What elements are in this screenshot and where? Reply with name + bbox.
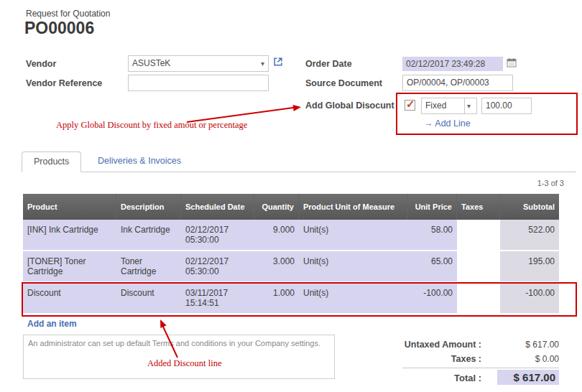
taxes-label: Taxes : — [374, 354, 481, 364]
cell-product[interactable]: [INK] Ink Cartridge — [23, 220, 116, 251]
add-an-item-link[interactable]: Add an item — [27, 319, 77, 329]
discount-type-select[interactable]: Fixed ▾ — [421, 98, 477, 114]
chevron-down-icon[interactable]: ▾ — [464, 98, 473, 113]
cell-unit-price[interactable]: -100.00 — [408, 283, 457, 314]
order-date-input[interactable]: 02/12/2017 23:49:28 — [402, 57, 503, 71]
cell-description[interactable]: Ink Cartridge — [116, 220, 181, 251]
source-document-label: Source Document — [305, 78, 382, 88]
col-unit-price[interactable]: Unit Price — [408, 194, 457, 220]
vendor-value: ASUSTeK — [132, 56, 170, 71]
vendor-reference-input[interactable] — [128, 75, 269, 91]
col-product[interactable]: Product — [23, 194, 116, 220]
cell-product[interactable]: [TONER] Toner Cartridge — [23, 251, 116, 283]
cell-taxes[interactable] — [457, 220, 500, 251]
cell-uom[interactable]: Unit(s) — [299, 251, 408, 283]
order-lines-table: Product Description Scheduled Date Quant… — [23, 194, 559, 314]
taxes-value: $ 0.00 — [496, 354, 559, 364]
pager[interactable]: 1-3 of 3 — [492, 179, 564, 187]
table-row[interactable]: [TONER] Toner Cartridge Toner Cartridge … — [23, 251, 559, 283]
order-date-label: Order Date — [305, 59, 352, 69]
calendar-icon[interactable] — [507, 57, 517, 70]
global-discount-label: Add Global Disocunt — [305, 101, 394, 111]
annotation-discount-line-note: Added Discount line — [147, 358, 221, 369]
col-taxes[interactable]: Taxes — [457, 194, 500, 220]
cell-description[interactable]: Toner Cartridge — [116, 251, 181, 283]
table-row-discount[interactable]: Discount Discount 03/11/2017 15:14:51 1.… — [23, 283, 559, 314]
cell-taxes[interactable] — [457, 251, 500, 283]
tab-deliveries-invoices[interactable]: Deliveries & Invoices — [88, 151, 191, 172]
terms-and-conditions-field[interactable]: An administrator can set up default Term… — [23, 335, 335, 379]
total-value: $ 617.00 — [497, 370, 559, 385]
external-link-icon[interactable] — [273, 57, 283, 69]
cell-unit-price[interactable]: 58.00 — [408, 220, 457, 251]
col-subtotal[interactable]: Subtotal — [500, 194, 559, 220]
source-document-input[interactable]: OP/00004, OP/00003 — [402, 75, 513, 91]
cell-quantity[interactable]: 3.000 — [254, 251, 299, 283]
discount-amount-input[interactable]: 100.00 — [481, 98, 532, 114]
tab-products[interactable]: Products — [22, 151, 81, 172]
cell-scheduled-date[interactable]: 02/12/2017 05:30:00 — [181, 251, 254, 283]
cell-subtotal: -100.00 — [500, 283, 559, 314]
col-quantity[interactable]: Quantity — [254, 194, 299, 220]
col-description[interactable]: Description — [116, 194, 181, 220]
cell-uom[interactable]: Unit(s) — [299, 283, 408, 314]
vendor-label: Vendor — [26, 59, 56, 69]
global-discount-checkbox[interactable]: ✓ — [405, 100, 415, 111]
untaxed-amount-label: Untaxed Amount : — [374, 340, 481, 350]
cell-product[interactable]: Discount — [23, 283, 116, 314]
table-header-row: Product Description Scheduled Date Quant… — [23, 194, 559, 220]
totals-divider — [402, 368, 559, 368]
cell-scheduled-date[interactable]: 03/11/2017 15:14:51 — [181, 283, 254, 314]
annotation-global-discount-note: Apply Global Discount by fixed amout or … — [56, 120, 247, 131]
cell-uom[interactable]: Unit(s) — [299, 220, 408, 251]
table-row[interactable]: [INK] Ink Cartridge Ink Cartridge 02/12/… — [23, 220, 559, 251]
cell-quantity[interactable]: 9.000 — [254, 220, 299, 251]
total-label: Total : — [374, 373, 481, 383]
cell-description[interactable]: Discount — [116, 283, 181, 314]
discount-type-value: Fixed — [425, 98, 446, 113]
untaxed-amount-value: $ 617.00 — [496, 340, 559, 350]
add-line-label: Add Line — [435, 118, 470, 129]
col-scheduled-date[interactable]: Scheduled Date — [181, 194, 254, 220]
arrow-right-icon: → — [424, 118, 433, 129]
vendor-select[interactable]: ASUSTeK ▾ — [128, 55, 269, 72]
check-icon: ✓ — [406, 98, 415, 111]
rfq-page: Request for Quotation PO00006 Vendor ASU… — [0, 0, 582, 392]
vendor-reference-label: Vendor Reference — [26, 78, 102, 88]
page-title: PO00006 — [24, 19, 94, 38]
cell-subtotal: 195.00 — [500, 251, 559, 283]
cell-taxes[interactable] — [457, 283, 500, 314]
doc-type-label: Request for Quotation — [26, 9, 110, 19]
cell-quantity[interactable]: 1.000 — [254, 283, 299, 314]
cell-subtotal: 522.00 — [500, 220, 559, 251]
cell-scheduled-date[interactable]: 02/12/2017 05:30:00 — [181, 220, 254, 251]
chevron-down-icon[interactable]: ▾ — [258, 56, 264, 71]
col-uom[interactable]: Product Unit of Measure — [299, 194, 408, 220]
cell-unit-price[interactable]: 65.00 — [408, 251, 457, 283]
add-line-link[interactable]: → Add Line — [424, 118, 471, 129]
